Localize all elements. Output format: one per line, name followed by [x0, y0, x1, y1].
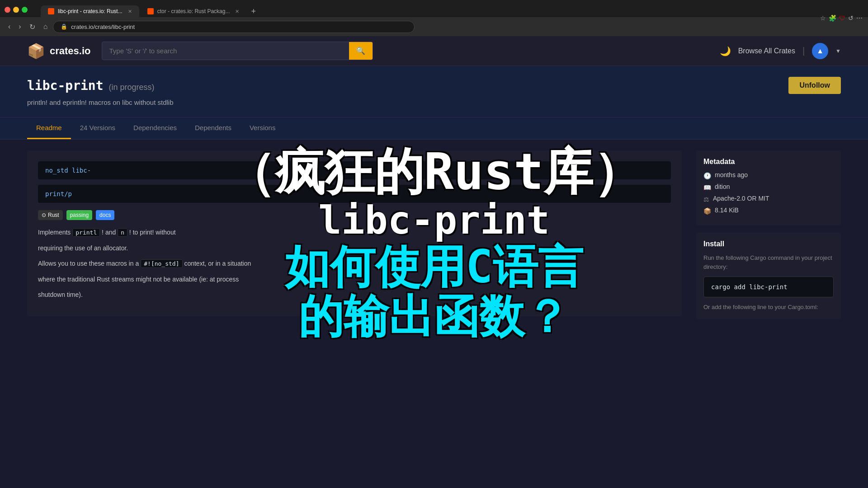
refresh-button[interactable]: ↻	[27, 21, 38, 33]
browser-right-controls: ☆ 🧩 🛡 ↺ ⋯	[820, 14, 863, 22]
crate-description: println! and eprintln! macros on libc wi…	[27, 99, 841, 106]
user-avatar[interactable]: ▲	[812, 43, 828, 59]
meta-edition: 📖 dition	[703, 183, 834, 191]
readme-para2: requiring the use of an allocator.	[38, 243, 671, 253]
logo-icon: 📦	[27, 42, 45, 60]
browse-all-crates-link[interactable]: Browse All Crates	[738, 47, 795, 55]
badge-docs: docs	[96, 210, 114, 220]
crate-version: (in progress)	[109, 83, 155, 92]
home-button[interactable]: ⌂	[41, 21, 51, 33]
install-title: Install	[703, 240, 834, 248]
install-card: Install Run the following Cargo command …	[696, 233, 841, 319]
crate-title-row: libc-print (in progress) Unfollow	[27, 77, 841, 94]
shield-icon[interactable]: 🛡	[839, 14, 845, 22]
dropdown-arrow-icon[interactable]: ▼	[835, 48, 841, 54]
code-line1: no_std libc-	[45, 167, 91, 174]
refresh2-icon[interactable]: ↺	[848, 14, 854, 22]
install-desc: Run the following Cargo command in your …	[703, 253, 834, 271]
tab-favicon	[48, 8, 54, 14]
tab-dependents[interactable]: Dependents	[186, 117, 241, 139]
crate-name: libc-print	[27, 78, 104, 93]
tab-readme[interactable]: Readme	[27, 117, 71, 139]
meta-size: 📦 8.14 KiB	[703, 206, 834, 215]
new-tab-button[interactable]: +	[247, 7, 259, 16]
tab-versions[interactable]: 24 Versions	[71, 117, 124, 139]
search-icon: 🔍	[356, 47, 365, 55]
site-header: 📦 crates.io 🔍 🌙 Browse All Crates | ▲ ▼	[0, 36, 868, 66]
extensions-icon[interactable]: 🧩	[829, 14, 836, 22]
browser-tab-active[interactable]: libc-print - crates.io: Rust... ✕	[41, 5, 139, 17]
license-icon: ⚖	[703, 196, 709, 203]
logo-text: crates.io	[50, 45, 91, 57]
meta-license: ⚖ Apache-2.0 OR MIT	[703, 195, 834, 203]
badge-passing: passing	[66, 210, 92, 220]
readme-code-block1: no_std libc-	[38, 161, 671, 179]
url-text: crates.io/crates/libc-print	[71, 23, 407, 30]
metadata-title: Metadata	[703, 158, 834, 166]
badge-row: ⊙ Rust passing docs	[38, 210, 671, 220]
tab2-close-icon[interactable]: ✕	[235, 9, 239, 14]
inline-code3: #![no_std]	[141, 259, 182, 268]
tab-label: libc-print - crates.io: Rust...	[58, 8, 123, 14]
readme-code-block2: print/p	[38, 185, 671, 203]
github-icon: ⊙	[42, 212, 46, 218]
search-input[interactable]	[102, 42, 349, 59]
address-bar[interactable]: 🔒 crates.io/crates/libc-print	[53, 21, 415, 33]
meta-published: 🕐 months ago	[703, 171, 834, 179]
minimize-window-btn[interactable]	[13, 7, 19, 13]
readme-para4: where the traditional Rust streams might…	[38, 274, 671, 284]
toml-desc: Or add the following line to your Cargo.…	[703, 303, 834, 312]
bookmark-icon[interactable]: ☆	[820, 14, 826, 22]
clock-icon: 🕐	[703, 172, 711, 179]
crate-name-version: libc-print (in progress)	[27, 78, 155, 93]
code-line2: print/p	[45, 190, 72, 197]
search-button[interactable]: 🔍	[349, 42, 373, 60]
size-icon: 📦	[703, 207, 711, 215]
crate-main: no_std libc- print/p ⊙ Rust passing docs…	[27, 140, 682, 337]
crate-header: libc-print (in progress) Unfollow printl…	[0, 66, 868, 117]
metadata-card: Metadata 🕐 months ago 📖 dition ⚖ Apache-…	[696, 150, 841, 225]
readme-section: no_std libc- print/p ⊙ Rust passing docs…	[27, 150, 682, 316]
crate-tabs: Readme 24 Versions Dependencies Dependen…	[0, 117, 868, 140]
readme-para5: shutdown time).	[38, 290, 671, 300]
lock-icon: 🔒	[61, 23, 67, 30]
header-actions: 🌙 Browse All Crates | ▲ ▼	[720, 43, 841, 59]
tab-versions2[interactable]: Versions	[241, 117, 285, 139]
tab2-favicon	[147, 8, 154, 14]
inline-code1: printl	[72, 228, 100, 237]
browser-tab-inactive[interactable]: ctor - crates.io: Rust Packag... ✕	[140, 5, 247, 17]
install-command[interactable]: cargo add libc-print	[703, 277, 834, 297]
badge-github: ⊙ Rust	[38, 210, 63, 220]
crates-site: 📦 crates.io 🔍 🌙 Browse All Crates | ▲ ▼ …	[0, 36, 868, 488]
unfollow-button[interactable]: Unfollow	[788, 77, 841, 94]
browser-frame: libc-print - crates.io: Rust... ✕ ctor -…	[0, 0, 868, 36]
tab-dependencies[interactable]: Dependencies	[124, 117, 186, 139]
tab2-label: ctor - crates.io: Rust Packag...	[157, 8, 230, 14]
back-button[interactable]: ‹	[5, 21, 13, 33]
forward-button[interactable]: ›	[16, 21, 24, 33]
maximize-window-btn[interactable]	[22, 7, 28, 13]
tab-close-icon[interactable]: ✕	[128, 9, 132, 14]
inline-code2: n	[118, 228, 127, 237]
readme-para1: Implements printl ! and n ! to print! wi…	[38, 227, 671, 238]
crate-sidebar: Metadata 🕐 months ago 📖 dition ⚖ Apache-…	[696, 140, 841, 337]
header-divider: |	[802, 46, 805, 56]
site-logo[interactable]: 📦 crates.io	[27, 42, 91, 60]
close-window-btn[interactable]	[5, 7, 10, 13]
crate-content: no_std libc- print/p ⊙ Rust passing docs…	[0, 140, 868, 337]
search-bar: 🔍	[102, 42, 373, 60]
dark-mode-toggle[interactable]: 🌙	[720, 46, 731, 56]
settings-icon[interactable]: ⋯	[856, 14, 863, 22]
edition-icon: 📖	[703, 184, 711, 191]
readme-para3: Allows you to use these macros in a #![n…	[38, 258, 671, 269]
